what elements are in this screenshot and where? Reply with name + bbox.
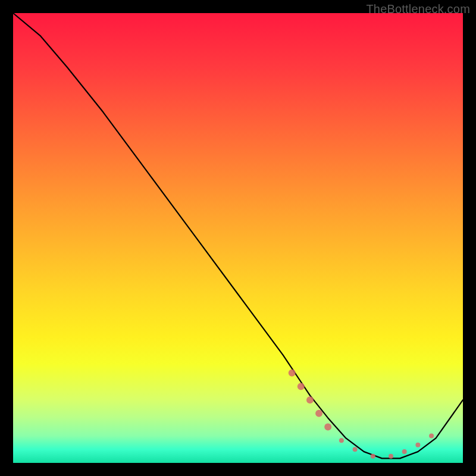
marker-point bbox=[402, 449, 407, 454]
marker-point bbox=[415, 443, 420, 447]
attribution-text: TheBottleneck.com bbox=[366, 2, 470, 16]
marker-point bbox=[339, 438, 344, 443]
marker-point bbox=[324, 424, 331, 431]
curve-layer bbox=[13, 13, 463, 463]
marker-point bbox=[389, 454, 393, 459]
plot-area bbox=[13, 13, 463, 463]
chart-stage: TheBottleneck.com bbox=[0, 0, 476, 476]
marker-point bbox=[298, 383, 305, 390]
marker-point bbox=[315, 410, 322, 417]
marker-point bbox=[429, 434, 434, 439]
marker-point bbox=[289, 369, 296, 377]
marker-point bbox=[371, 454, 375, 459]
bottleneck-curve bbox=[13, 13, 463, 458]
marker-point bbox=[306, 396, 314, 403]
marker-point bbox=[353, 447, 358, 452]
marker-group bbox=[289, 369, 434, 459]
